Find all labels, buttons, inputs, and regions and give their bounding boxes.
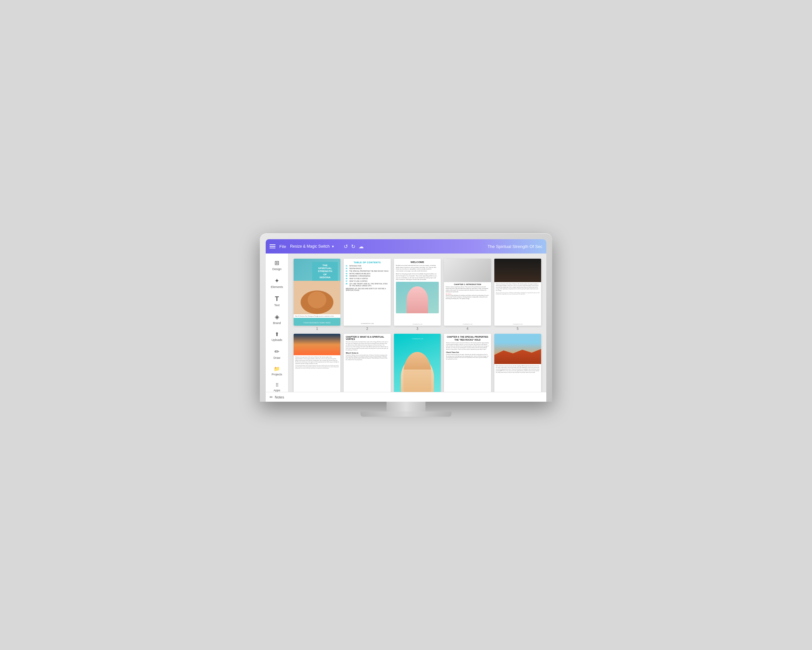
sidebar-item-brand[interactable]: ◈ Brand — [266, 311, 288, 327]
page-number-1: 1 — [316, 327, 318, 330]
uploads-icon: ⬆ — [275, 331, 279, 337]
sidebar-label-text: Text — [274, 304, 280, 307]
page-thumb-4[interactable]: CHAPTER 1: INTRODUCTION Sedona is famous… — [444, 259, 491, 326]
sidebar-item-projects[interactable]: 📁 Projects — [266, 363, 288, 379]
sidebar-item-draw[interactable]: ✏ Draw — [266, 346, 288, 362]
resize-magic-switch[interactable]: Resize & Magic Switch ▼ — [290, 244, 334, 249]
page-number-3: 3 — [417, 327, 418, 330]
notes-label[interactable]: Notes — [275, 395, 284, 399]
page-item-10: Red rocks have a sense and you see the a… — [495, 334, 541, 392]
projects-icon: 📁 — [274, 366, 280, 372]
page-item-4: CHAPTER 1: INTRODUCTION Sedona is famous… — [444, 259, 491, 330]
draw-icon: ✏ — [275, 348, 279, 355]
page-item-7: CHAPTER 3: WHAT IS A SPIRITUAL VORTEX Th… — [343, 334, 391, 392]
page-item-6: Sedona is the park area of the trees of … — [294, 334, 340, 392]
page-item-3: WELCOME Booklets are printed materials t… — [394, 259, 441, 330]
page-item-2: TABLE OF CONTENTS 01INTRODUCTION 02SEDON… — [343, 259, 391, 330]
redo-button[interactable]: ↻ — [351, 243, 355, 249]
hamburger-icon[interactable] — [270, 245, 275, 248]
page-item-1: THESPIRITUALSTRENGTHOFSEDONA How To Poss… — [294, 259, 340, 330]
document-title: The Spiritual Strength Of Sec — [487, 244, 542, 249]
sidebar-item-apps[interactable]: ⠿ Apps — [266, 380, 288, 392]
text-icon: T — [275, 295, 279, 303]
sidebar: ⊞ Design ✦ Elements T Text ◈ — [266, 254, 288, 392]
page-thumb-10[interactable]: Red rocks have a sense and you see the a… — [495, 334, 541, 392]
cloud-save-button[interactable]: ☁ — [359, 243, 364, 249]
page-item-8: YOURWEBSITE.COM — [394, 334, 441, 392]
notes-icon: ✏ — [270, 395, 273, 399]
monitor-stand — [260, 402, 552, 417]
sidebar-item-uploads[interactable]: ⬆ Uploads — [266, 329, 288, 344]
toolbar: File Resize & Magic Switch ▼ ↺ ↻ ☁ The S… — [266, 239, 546, 254]
page-number-5: 5 — [517, 327, 519, 330]
file-menu[interactable]: File — [279, 244, 286, 249]
page-item-9: CHAPTER 4: THE SPECIAL PROPERTIES THE "R… — [444, 334, 491, 392]
design-icon: ⊞ — [275, 259, 279, 266]
undo-button[interactable]: ↺ — [343, 243, 348, 249]
sidebar-label-design: Design — [272, 268, 281, 271]
canvas-area[interactable]: THESPIRITUALSTRENGTHOFSEDONA How To Poss… — [288, 254, 546, 392]
sidebar-item-elements[interactable]: ✦ Elements — [266, 275, 288, 291]
bottom-bar: ✏ Notes — [266, 392, 546, 402]
page-thumb-2[interactable]: TABLE OF CONTENTS 01INTRODUCTION 02SEDON… — [343, 259, 391, 326]
monitor-bezel: File Resize & Magic Switch ▼ ↺ ↻ ☁ The S… — [266, 239, 546, 402]
sidebar-label-elements: Elements — [271, 285, 283, 289]
page-thumb-1[interactable]: THESPIRITUALSTRENGTHOFSEDONA How To Poss… — [294, 259, 340, 326]
sidebar-item-design[interactable]: ⊞ Design — [266, 257, 288, 273]
chevron-down-icon: ▼ — [331, 245, 334, 248]
sidebar-label-apps: Apps — [273, 389, 280, 392]
sidebar-label-draw: Draw — [273, 356, 280, 359]
page-number-4: 4 — [467, 327, 469, 330]
sidebar-item-text[interactable]: T Text — [266, 292, 288, 309]
monitor-wrapper: File Resize & Magic Switch ▼ ↺ ↻ ☁ The S… — [260, 233, 552, 417]
elements-icon: ✦ — [275, 277, 279, 284]
sidebar-label-uploads: Uploads — [272, 338, 282, 341]
resize-label: Resize & Magic Switch — [290, 244, 330, 249]
page-thumb-8[interactable]: YOURWEBSITE.COM — [394, 334, 441, 392]
page-number-2: 2 — [366, 327, 368, 330]
page-thumb-9[interactable]: CHAPTER 4: THE SPECIAL PROPERTIES THE "R… — [444, 334, 491, 392]
sidebar-label-projects: Projects — [272, 373, 282, 376]
page-thumb-6[interactable]: Sedona is the park area of the trees of … — [294, 334, 340, 392]
cover-business-name: YOUR BUSINESS NAME HERE — [303, 322, 331, 324]
sidebar-label-brand: Brand — [273, 321, 281, 325]
page-thumb-7[interactable]: CHAPTER 3: WHAT IS A SPIRITUAL VORTEX Th… — [343, 334, 391, 392]
app-container: File Resize & Magic Switch ▼ ↺ ↻ ☁ The S… — [266, 239, 546, 402]
brand-icon: ◈ — [275, 313, 279, 320]
page-thumb-5[interactable]: Sedona is because of the draw of Sedona.… — [495, 259, 541, 326]
main-area: ⊞ Design ✦ Elements T Text ◈ — [266, 254, 546, 392]
page-thumb-3[interactable]: WELCOME Booklets are printed materials t… — [394, 259, 441, 326]
monitor-frame: File Resize & Magic Switch ▼ ↺ ↻ ☁ The S… — [260, 233, 552, 402]
apps-icon: ⠿ — [275, 382, 279, 388]
page-item-5: Sedona is because of the draw of Sedona.… — [495, 259, 541, 330]
